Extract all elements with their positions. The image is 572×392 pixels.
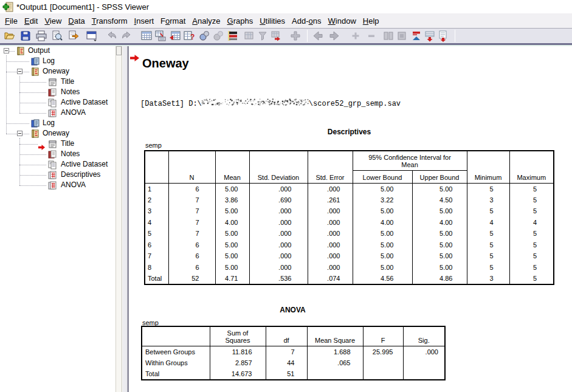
menu-graphs[interactable]: Graphs xyxy=(227,16,253,26)
designate-window-icon[interactable] xyxy=(243,29,256,43)
goto-data-icon[interactable] xyxy=(140,29,153,43)
print-preview-icon[interactable] xyxy=(50,29,64,43)
insert-selection-icon[interactable] xyxy=(269,29,283,43)
tree-connector xyxy=(19,165,46,165)
tree-connector xyxy=(9,51,15,52)
menu-format[interactable]: Format xyxy=(160,16,185,26)
current-item-arrow xyxy=(130,53,139,64)
window-title: *Output1 [Document1] - SPSS Viewer xyxy=(16,2,149,12)
variable-info-icon[interactable]: ? xyxy=(182,29,196,43)
desc-col: Std. Deviation xyxy=(249,151,308,183)
expand-icon[interactable] xyxy=(349,29,362,43)
hide-icon[interactable] xyxy=(395,29,408,43)
menu-analyze[interactable]: Analyze xyxy=(192,16,220,26)
collapse-icon[interactable] xyxy=(365,29,378,43)
desc-row: 665.00.000.0005.005.0055 xyxy=(145,239,554,251)
tree-connector xyxy=(19,138,20,185)
menu-help[interactable]: Help xyxy=(363,16,379,26)
tree-connector xyxy=(19,144,38,145)
tree-expander[interactable] xyxy=(4,48,9,53)
export-icon[interactable] xyxy=(67,29,80,43)
tree-expander[interactable] xyxy=(17,131,22,136)
insert-heading-icon[interactable] xyxy=(436,29,450,43)
tree-expander[interactable] xyxy=(17,69,22,74)
nav-right-icon[interactable] xyxy=(328,29,341,43)
tree-item-label[interactable]: Log xyxy=(43,57,55,65)
menu-transform[interactable]: Transform xyxy=(92,16,128,26)
anova-col: F xyxy=(363,326,403,346)
menu-bar: FileEditViewDataTransformInsertFormatAna… xyxy=(0,13,572,28)
tree-connector xyxy=(6,134,17,134)
dialog-recall-icon[interactable] xyxy=(85,29,98,43)
tree-connector xyxy=(19,103,46,103)
output-heading: Oneway xyxy=(142,57,189,70)
pivot-icon[interactable] xyxy=(289,29,302,43)
menu-data[interactable]: Data xyxy=(68,16,84,26)
menu-utilities[interactable]: Utilities xyxy=(260,16,285,26)
tree-item-label[interactable]: Log xyxy=(43,119,55,127)
output-pane: Oneway [DataSet1] D:\\score52_grp_semp.s… xyxy=(128,46,572,392)
tree-connector xyxy=(19,92,46,93)
tree-connector xyxy=(19,82,46,83)
find-next-icon[interactable] xyxy=(212,29,225,43)
desc-row: 273.86.690.2613.224.5035 xyxy=(145,194,554,206)
variables-icon[interactable] xyxy=(168,29,182,43)
toolbar-separator xyxy=(307,30,308,42)
demote-icon[interactable] xyxy=(423,29,436,43)
tree-item-label[interactable]: Descriptives xyxy=(61,170,100,179)
desc-col: Lower Bound xyxy=(353,170,412,183)
log-icon xyxy=(30,57,40,66)
menu-window[interactable]: Window xyxy=(328,16,356,26)
print-icon[interactable] xyxy=(35,29,48,43)
select-last-output-icon[interactable] xyxy=(226,29,239,43)
output-icon xyxy=(30,129,40,139)
show-icon[interactable] xyxy=(382,29,395,43)
dataset-prefix: [DataSet1] D:\ xyxy=(140,100,202,108)
current-item-arrow xyxy=(38,142,45,147)
find-icon[interactable] xyxy=(198,29,211,43)
nav-left-icon[interactable] xyxy=(311,29,325,43)
tree-item-label[interactable]: ANOVA xyxy=(61,108,86,117)
tree-connector xyxy=(6,72,17,72)
menu-view[interactable]: View xyxy=(44,16,61,26)
menu-addons[interactable]: Add-ons xyxy=(292,16,321,26)
menu-insert[interactable]: Insert xyxy=(134,16,154,26)
desc-ci-header: 95% Confidence Interval for Mean xyxy=(353,151,467,170)
open-file-icon[interactable] xyxy=(3,29,16,43)
outline-pane: OutputLogOnewayTitleNotesActive DatasetA… xyxy=(0,46,116,392)
anova-table[interactable]: Sum of SquaresdfMean SquareFSig.Between … xyxy=(141,326,446,380)
tree-item-label[interactable]: Oneway xyxy=(43,67,69,75)
tree-item-label[interactable]: Output xyxy=(28,46,50,55)
undo-icon[interactable] xyxy=(105,29,119,43)
tree-item-label[interactable]: Title xyxy=(61,77,74,86)
scrollbar-thumb[interactable] xyxy=(116,46,122,55)
menu-edit[interactable]: Edit xyxy=(24,16,38,26)
goto-case-icon[interactable] xyxy=(154,29,167,43)
promote-icon[interactable] xyxy=(410,29,423,43)
anova-col: Mean Square xyxy=(307,326,363,346)
desc-row: 865.00.000.0005.005.0055 xyxy=(145,262,554,273)
tree-item-label[interactable]: Active Dataset xyxy=(61,160,108,168)
tree-item-label[interactable]: Oneway xyxy=(43,129,69,137)
tree-item-label[interactable]: Active Dataset xyxy=(61,98,108,106)
toolbar-separator xyxy=(455,30,455,42)
tree-item-label[interactable]: Notes xyxy=(61,150,80,158)
tree-item-label[interactable]: Title xyxy=(61,139,74,148)
tree-item-label[interactable]: Notes xyxy=(61,88,80,96)
toolbar: ? xyxy=(0,28,572,43)
save-icon[interactable] xyxy=(19,29,32,43)
pane-splitter[interactable] xyxy=(122,46,128,392)
desc-col: Maximum xyxy=(509,151,554,183)
use-sets-icon[interactable] xyxy=(256,29,269,43)
outline-scrollbar[interactable] xyxy=(116,46,122,392)
dataset-line: [DataSet1] D:\\score52_grp_semp.sav xyxy=(140,98,401,109)
anova-row: Total14.67351 xyxy=(142,368,445,380)
tree-item-label[interactable]: ANOVA xyxy=(61,181,86,189)
menu-file[interactable]: File xyxy=(5,16,18,26)
anova-title: ANOVA xyxy=(141,306,444,314)
descriptives-table[interactable]: NMeanStd. DeviationStd. Error95% Confide… xyxy=(144,150,554,285)
tree-connector xyxy=(19,154,46,155)
redo-icon[interactable] xyxy=(120,29,133,43)
desc-col: Minimum xyxy=(467,151,509,183)
title-icon xyxy=(47,77,57,87)
